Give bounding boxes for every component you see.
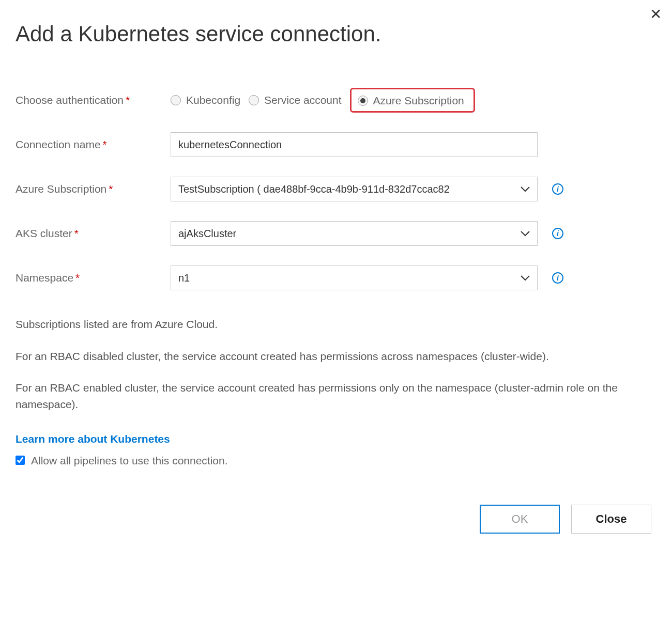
radio-azure-subscription[interactable]: Azure Subscription (358, 95, 464, 107)
ok-button[interactable]: OK (480, 505, 560, 534)
chevron-down-icon (521, 186, 530, 192)
radio-circle-icon (249, 95, 259, 105)
info-icon[interactable]: i (552, 183, 563, 195)
close-icon[interactable]: ✕ (650, 7, 662, 22)
description-p1: Subscriptions listed are from Azure Clou… (16, 316, 656, 333)
azure-subscription-label-text: Azure Subscription (16, 183, 106, 195)
namespace-label: Namespace* (16, 272, 171, 284)
namespace-row: Namespace* n1 i (16, 266, 656, 290)
required-marker: * (109, 183, 113, 195)
radio-circle-icon (171, 95, 181, 105)
allow-all-label: Allow all pipelines to use this connecti… (31, 452, 228, 469)
info-icon[interactable]: i (552, 228, 563, 239)
chevron-down-icon (521, 275, 530, 281)
azure-subscription-select[interactable]: TestSubscription ( dae488bf-9cca-4b9b-91… (171, 177, 538, 201)
connection-name-input-wrap (171, 132, 538, 157)
description-p2: For an RBAC disabled cluster, the servic… (16, 348, 656, 365)
radio-azure-highlight: Azure Subscription (350, 88, 475, 113)
required-marker: * (75, 272, 80, 284)
close-button[interactable]: Close (571, 505, 651, 534)
chevron-down-icon (521, 230, 530, 237)
radio-kubeconfig-label: Kubeconfig (186, 94, 240, 106)
auth-label-text: Choose authentication (16, 94, 124, 106)
required-marker: * (74, 227, 79, 239)
radio-service-account[interactable]: Service account (249, 94, 341, 106)
aks-cluster-select[interactable]: ajAksCluster (171, 221, 538, 246)
radio-kubeconfig[interactable]: Kubeconfig (171, 94, 240, 106)
aks-cluster-row: AKS cluster* ajAksCluster i (16, 221, 656, 246)
connection-name-label: Connection name* (16, 138, 171, 151)
description-p3: For an RBAC enabled cluster, the service… (16, 380, 656, 412)
button-row: OK Close (16, 505, 656, 534)
aks-cluster-value: ajAksCluster (178, 228, 515, 240)
connection-name-label-text: Connection name (16, 138, 101, 150)
namespace-value: n1 (178, 272, 515, 284)
info-icon[interactable]: i (552, 272, 563, 284)
namespace-label-text: Namespace (16, 272, 73, 284)
radio-service-account-label: Service account (264, 94, 341, 106)
required-marker: * (103, 138, 107, 150)
allow-all-row: Allow all pipelines to use this connecti… (16, 452, 656, 469)
radio-azure-subscription-label: Azure Subscription (373, 95, 464, 107)
allow-all-checkbox[interactable] (16, 456, 25, 465)
learn-more-link[interactable]: Learn more about Kubernetes (16, 431, 170, 447)
dialog-title: Add a Kubernetes service connection. (16, 22, 656, 46)
required-marker: * (126, 94, 130, 106)
auth-radio-group: Kubeconfig Service account Azure Subscri… (171, 88, 475, 113)
description-block: Subscriptions listed are from Azure Clou… (16, 316, 656, 469)
connection-name-row: Connection name* (16, 132, 656, 157)
connection-name-input[interactable] (178, 139, 530, 151)
aks-cluster-label: AKS cluster* (16, 227, 171, 240)
radio-circle-selected-icon (358, 96, 368, 106)
aks-cluster-label-text: AKS cluster (16, 227, 72, 239)
azure-subscription-row: Azure Subscription* TestSubscription ( d… (16, 177, 656, 201)
azure-subscription-value: TestSubscription ( dae488bf-9cca-4b9b-91… (178, 183, 515, 195)
auth-label: Choose authentication* (16, 94, 171, 106)
azure-subscription-label: Azure Subscription* (16, 183, 171, 195)
auth-row: Choose authentication* Kubeconfig Servic… (16, 88, 656, 113)
namespace-select[interactable]: n1 (171, 266, 538, 290)
